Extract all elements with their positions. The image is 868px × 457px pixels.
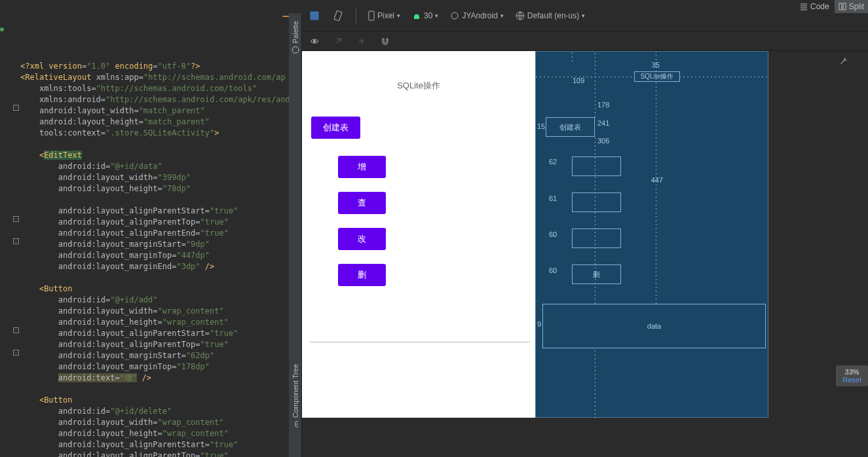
svg-rect-4 (369, 11, 374, 20)
fold-marker[interactable]: - (13, 327, 19, 333)
fold-marker[interactable]: - (13, 216, 19, 222)
code-editor[interactable]: - - - - - <?xml version="1.0" encoding="… (0, 0, 289, 457)
lines-icon (800, 3, 808, 10)
locale-dropdown[interactable]: Default (en-us)▾ (516, 11, 585, 20)
edittext-data[interactable] (310, 323, 530, 342)
btn-update[interactable]: 改 (338, 228, 386, 250)
bp-btn-create[interactable]: 创建表 (546, 117, 595, 137)
preview-title: SQLite操作 (302, 80, 535, 92)
code-content: <?xml version="1.0" encoding="utf-8"?> <… (9, 45, 289, 457)
split-icon (839, 3, 846, 10)
separator (356, 8, 356, 24)
bp-dim: 60 (549, 266, 557, 274)
tab-split-label: Split (849, 2, 864, 11)
design-canvas[interactable]: SQLite操作 创建表 增 查 改 删 SQLite操作 35 109 创建表… (289, 51, 868, 457)
svg-point-2 (292, 46, 299, 53)
autoconnect-off-icon[interactable] (332, 35, 344, 47)
view-options-icon[interactable] (309, 35, 320, 47)
wrench-icon[interactable] (839, 56, 848, 65)
btn-delete[interactable]: 删 (338, 264, 386, 286)
theme-icon (450, 11, 459, 20)
bp-constraint (656, 52, 656, 304)
btn-add[interactable]: 增 (338, 156, 386, 178)
fold-marker[interactable]: - (13, 350, 19, 356)
default-margins-icon[interactable] (356, 35, 368, 47)
bp-dim: 15 (537, 122, 545, 130)
svg-point-5 (451, 12, 458, 19)
bp-btn-query[interactable] (572, 192, 621, 212)
bp-btn-delete[interactable]: 删 (572, 265, 621, 284)
side-tabs: Palette Component Tree (289, 13, 302, 457)
magnet-icon[interactable] (379, 35, 391, 47)
zoom-value: 33% (842, 368, 861, 376)
globe-icon (516, 11, 525, 20)
tab-code-label: Code (810, 2, 829, 11)
svg-rect-3 (334, 10, 342, 21)
bp-constraint (679, 77, 768, 77)
status-bar (302, 51, 535, 67)
palette-tab[interactable]: Palette (292, 17, 299, 58)
error-stripe[interactable] (282, 16, 289, 17)
design-toolbar2 (289, 31, 868, 51)
surface-select-icon[interactable] (309, 10, 320, 22)
zoom-info: 33% Reset (836, 365, 868, 386)
blueprint-preview[interactable]: SQLite操作 35 109 创建表 15 178 241 306 62 61… (535, 51, 768, 418)
palette-icon (292, 46, 299, 54)
bp-btn-add[interactable] (572, 156, 621, 176)
tab-split[interactable]: Split (835, 0, 868, 13)
bp-dim: 306 (597, 137, 609, 145)
btn-create-table[interactable]: 创建表 (311, 117, 360, 139)
tab-code[interactable]: Code (796, 0, 833, 13)
bp-edittext[interactable]: data (542, 304, 766, 348)
component-tree-tab[interactable]: Component Tree (292, 360, 299, 432)
breakpoint-gutter-icon[interactable] (0, 27, 4, 31)
bp-dim: 447 (651, 176, 663, 184)
bp-constraint (536, 77, 634, 77)
design-pane: Palette Component Tree Pixel▾ 30▾ JYAndr… (289, 0, 868, 457)
fold-marker[interactable]: - (13, 238, 19, 244)
bp-dim: 60 (549, 230, 557, 238)
zoom-reset[interactable]: Reset (842, 376, 861, 384)
bp-title[interactable]: SQLite操作 (634, 71, 680, 82)
bp-dim: 61 (549, 194, 557, 202)
bp-constraint (572, 52, 573, 62)
bp-dim: 241 (597, 119, 609, 127)
theme-dropdown[interactable]: JYAndroid▾ (450, 11, 503, 20)
android-icon (412, 11, 421, 20)
device-preview[interactable]: SQLite操作 创建表 增 查 改 删 (302, 51, 535, 418)
bp-constraint (595, 52, 595, 117)
design-toolbar: Pixel▾ 30▾ JYAndroid▾ Default (en-us)▾ (289, 0, 868, 31)
bp-dim: 62 (549, 158, 557, 166)
device-icon (368, 10, 375, 21)
bp-dim: 178 (597, 101, 609, 109)
tree-icon (292, 420, 299, 428)
fold-marker[interactable]: - (13, 105, 19, 111)
gutter[interactable]: - - - - - (0, 0, 17, 457)
bp-constraint (595, 348, 595, 418)
orientation-icon[interactable] (332, 10, 344, 22)
bp-dim: 9 (537, 320, 541, 328)
svg-point-7 (313, 40, 316, 43)
bp-dim: 109 (573, 77, 584, 84)
btn-query[interactable]: 查 (338, 192, 386, 214)
svg-rect-1 (843, 3, 846, 10)
api-dropdown[interactable]: 30▾ (412, 11, 438, 20)
bp-btn-update[interactable] (572, 228, 621, 248)
device-dropdown[interactable]: Pixel▾ (368, 10, 400, 21)
svg-rect-0 (839, 3, 842, 10)
